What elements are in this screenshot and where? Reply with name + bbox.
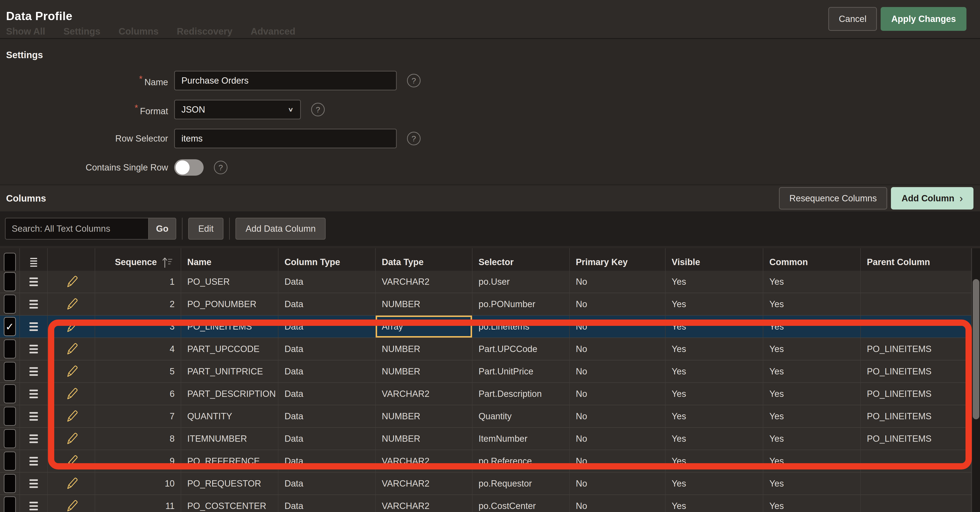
cell-sequence: 5 [95, 360, 181, 383]
row-select-cell[interactable] [0, 495, 20, 512]
row-checkbox[interactable] [4, 384, 16, 403]
row-select-cell[interactable] [0, 360, 20, 383]
dialog-tab-show-all[interactable]: Show All [6, 26, 45, 36]
name-input[interactable] [174, 71, 397, 90]
row-edit-cell[interactable] [48, 360, 95, 383]
format-select[interactable]: JSON ∨ [174, 100, 301, 119]
column-header-label: Sequence [115, 257, 157, 267]
row-checkbox[interactable] [4, 272, 16, 291]
cell-primary_key: No [570, 428, 665, 450]
required-asterisk: * [139, 74, 143, 84]
row-edit-cell[interactable] [48, 271, 95, 293]
row-checkbox[interactable] [4, 362, 16, 381]
row-menu-cell[interactable] [20, 383, 48, 405]
row-select-cell[interactable] [0, 450, 20, 472]
row-select-cell[interactable] [0, 472, 20, 495]
row-menu-cell[interactable] [20, 338, 48, 360]
row-selector-label: Row Selector [115, 133, 168, 143]
cell-column_type: Data [278, 450, 376, 472]
row-select-cell[interactable] [0, 428, 20, 450]
name-field-row: *Name ? [0, 71, 980, 90]
apply-changes-button[interactable]: Apply Changes [881, 7, 966, 31]
cell-data_type: VARCHAR2 [376, 450, 473, 472]
contains-single-row-help-icon[interactable]: ? [214, 161, 228, 174]
row-menu-cell[interactable] [20, 293, 48, 315]
add-data-column-button[interactable]: Add Data Column [235, 218, 326, 239]
cell-primary_key: No [570, 271, 665, 293]
dialog-tab-settings[interactable]: Settings [64, 26, 100, 36]
cell-selector: Part.UPCCode [473, 338, 570, 360]
add-column-button[interactable]: Add Column › [891, 187, 974, 209]
cell-data_type: VARCHAR2 [376, 472, 473, 495]
row-edit-cell[interactable] [48, 450, 95, 472]
row-checkbox[interactable] [4, 496, 16, 512]
row-edit-cell[interactable] [48, 383, 95, 405]
row-checkbox[interactable] [4, 452, 16, 471]
contains-single-row-label: Contains Single Row [86, 163, 168, 173]
row-selector-help-icon[interactable]: ? [407, 132, 420, 145]
row-select-cell[interactable] [0, 293, 20, 315]
search-input[interactable] [5, 218, 148, 239]
row-checkbox[interactable] [4, 339, 16, 358]
toolbar-divider [229, 218, 230, 239]
cell-parent_column [861, 271, 972, 293]
row-selector-input[interactable] [174, 129, 397, 148]
select-all-checkbox[interactable] [4, 253, 16, 272]
row-checkbox[interactable] [4, 474, 16, 493]
row-edit-cell[interactable] [48, 472, 95, 495]
row-menu-cell[interactable] [20, 428, 48, 450]
go-button[interactable]: Go [148, 218, 176, 239]
cell-column_type: Data [278, 428, 376, 450]
row-edit-cell[interactable] [48, 428, 95, 450]
resequence-columns-button[interactable]: Resequence Columns [779, 187, 888, 209]
cell-common: Yes [763, 472, 861, 495]
row-menu-cell[interactable] [20, 472, 48, 495]
cell-selector: Part.Description [473, 383, 570, 405]
name-help-icon[interactable]: ? [407, 74, 420, 87]
row-select-cell[interactable] [0, 338, 20, 360]
row-selector-field-row: Row Selector ? [0, 129, 980, 148]
row-select-cell[interactable] [0, 271, 20, 293]
row-menu-cell[interactable] [20, 495, 48, 512]
row-select-cell[interactable] [0, 383, 20, 405]
settings-heading: Settings [0, 40, 980, 60]
row-menu-cell[interactable] [20, 450, 48, 472]
settings-section: Settings *Name ? *Format JSON ∨ ? Row Se… [0, 40, 980, 184]
cell-common: Yes [763, 315, 861, 338]
cell-data_type: VARCHAR2 [376, 271, 473, 293]
dialog-tab-advanced[interactable]: Advanced [251, 26, 295, 36]
row-checkbox[interactable] [4, 407, 16, 426]
edit-button[interactable]: Edit [188, 218, 223, 239]
row-edit-cell[interactable] [48, 405, 95, 428]
row-edit-cell[interactable] [48, 495, 95, 512]
row-menu-cell[interactable] [20, 360, 48, 383]
name-label: Name [145, 77, 168, 87]
cell-name: PO_COSTCENTER [181, 495, 278, 512]
row-menu-cell[interactable] [20, 315, 48, 338]
cell-selector: po.PONumber [473, 293, 570, 315]
row-edit-cell[interactable] [48, 338, 95, 360]
row-menu-cell[interactable] [20, 271, 48, 293]
row-select-cell[interactable] [0, 405, 20, 428]
contains-single-row-toggle[interactable] [174, 159, 204, 176]
dialog-tab-columns[interactable]: Columns [119, 26, 159, 36]
row-edit-cell[interactable] [48, 315, 95, 338]
format-help-icon[interactable]: ? [311, 103, 325, 116]
dialog-tab-rediscovery[interactable]: Rediscovery [177, 26, 232, 36]
row-menu-icon [29, 390, 38, 398]
row-menu-cell[interactable] [20, 405, 48, 428]
row-checkbox[interactable] [4, 429, 16, 448]
edit-pencil-icon [65, 477, 78, 490]
cancel-button[interactable]: Cancel [828, 7, 877, 31]
cell-column_type: Data [278, 293, 376, 315]
row-menu-icon [29, 434, 38, 443]
column-header-label: Column Type [285, 257, 340, 267]
cell-visible: Yes [665, 495, 763, 512]
scrollbar-thumb[interactable] [973, 279, 979, 419]
row-checkbox[interactable] [4, 295, 16, 314]
row-select-cell[interactable]: ✓ [0, 315, 20, 338]
row-menu-icon [29, 457, 38, 466]
cell-column_type: Data [278, 472, 376, 495]
row-edit-cell[interactable] [48, 293, 95, 315]
row-checkbox[interactable]: ✓ [4, 317, 16, 336]
